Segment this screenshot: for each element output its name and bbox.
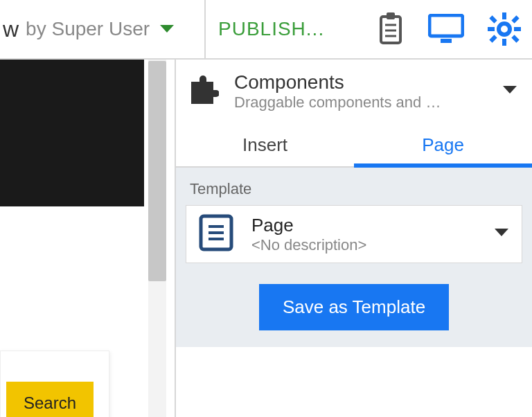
tab-page-label: Page bbox=[422, 134, 464, 156]
puzzle-icon bbox=[186, 73, 219, 109]
svg-rect-13 bbox=[511, 15, 519, 23]
page-icon bbox=[199, 214, 233, 254]
tab-insert[interactable]: Insert bbox=[176, 123, 354, 166]
svg-rect-15 bbox=[511, 35, 519, 42]
scrollbar[interactable] bbox=[148, 60, 166, 417]
svg-point-7 bbox=[499, 24, 510, 35]
template-selector[interactable]: Page <No description> bbox=[186, 205, 522, 263]
save-as-template-label: Save as Template bbox=[283, 296, 425, 317]
tab-page[interactable]: Page bbox=[354, 123, 532, 166]
caret-down-icon bbox=[159, 24, 175, 34]
template-description: <No description> bbox=[251, 236, 366, 254]
preview-column: Search bbox=[0, 60, 175, 417]
page-preview[interactable] bbox=[0, 60, 144, 206]
search-card: Search bbox=[0, 351, 109, 417]
svg-rect-14 bbox=[489, 35, 497, 42]
page-owner-dropdown[interactable]: w by Super User bbox=[0, 0, 206, 58]
search-button-label: Search bbox=[24, 393, 76, 413]
components-header[interactable]: Components Draggable components and p... bbox=[176, 60, 532, 123]
components-panel: Components Draggable components and p...… bbox=[175, 60, 532, 417]
tab-insert-label: Insert bbox=[242, 134, 287, 156]
top-bar: w by Super User PUBLISH... bbox=[0, 0, 532, 60]
search-button[interactable]: Search bbox=[6, 382, 94, 417]
svg-rect-1 bbox=[387, 12, 395, 19]
clipboard-icon[interactable] bbox=[377, 12, 405, 46]
components-subtitle: Draggable components and p... bbox=[234, 94, 442, 112]
tabs: Insert Page bbox=[176, 123, 532, 168]
svg-rect-9 bbox=[502, 39, 506, 46]
svg-rect-6 bbox=[441, 39, 452, 43]
gear-icon[interactable] bbox=[488, 12, 521, 46]
screen-icon[interactable] bbox=[428, 14, 464, 44]
svg-rect-11 bbox=[514, 27, 521, 31]
components-title: Components bbox=[234, 71, 442, 94]
template-name: Page bbox=[251, 215, 366, 236]
page-tab-body: Template Page <No description> Save as T… bbox=[176, 168, 532, 347]
scroll-thumb[interactable] bbox=[148, 61, 166, 281]
svg-rect-8 bbox=[502, 12, 506, 19]
template-section-label: Template bbox=[186, 180, 522, 198]
save-as-template-button[interactable]: Save as Template bbox=[259, 284, 449, 330]
publish-button[interactable]: PUBLISH... bbox=[218, 18, 324, 40]
svg-rect-12 bbox=[489, 15, 497, 23]
svg-rect-5 bbox=[429, 15, 463, 36]
top-bar-actions: PUBLISH... bbox=[206, 0, 532, 58]
owner-prefix: w bbox=[3, 17, 19, 42]
caret-down-icon bbox=[502, 85, 518, 98]
owner-label: by Super User bbox=[26, 18, 150, 40]
svg-rect-10 bbox=[488, 27, 495, 31]
caret-down-icon bbox=[494, 228, 509, 240]
